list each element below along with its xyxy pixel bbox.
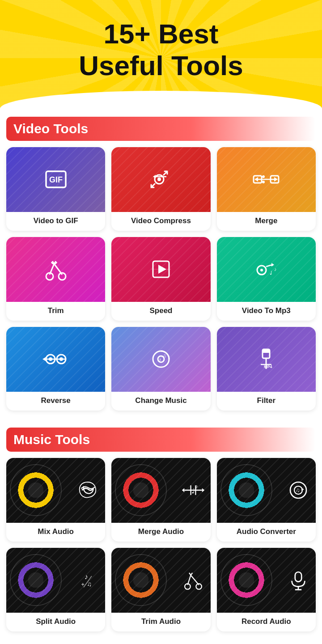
speed-img — [111, 237, 210, 302]
svg-text:♩: ♩ — [191, 487, 195, 495]
svg-marker-11 — [274, 177, 278, 182]
svg-point-7 — [262, 175, 265, 178]
header-line1: 15+ Best — [104, 18, 219, 49]
video-tools-grid: GIF Video to GIF Video Compress — [0, 147, 322, 415]
audio-converter-img: ♫ — [217, 458, 316, 523]
reverse-img — [6, 327, 105, 392]
svg-text:♪: ♪ — [158, 356, 161, 363]
reverse-icon — [42, 345, 70, 373]
split-audio-label: Split Audio — [6, 613, 105, 631]
tool-card-trim-audio[interactable]: Trim Audio — [111, 548, 210, 631]
merge-img — [217, 147, 316, 212]
mix-icon — [76, 478, 100, 502]
tool-card-video-to-gif[interactable]: GIF Video to GIF — [6, 147, 105, 231]
mix-audio-img — [6, 458, 105, 523]
svg-marker-25 — [271, 263, 274, 267]
svg-text:♪: ♪ — [85, 572, 88, 580]
split-audio-img: ♪ + ♫ — [6, 548, 105, 613]
video-to-mp3-img: ♩ ♪ — [217, 237, 316, 302]
mp3-icon: ♩ ♪ — [252, 255, 280, 284]
filter-icon: MP4 — [252, 345, 280, 373]
svg-point-8 — [262, 181, 265, 183]
svg-text:♪: ♪ — [195, 483, 198, 490]
merge-icon — [252, 165, 280, 194]
video-to-gif-label: Video to GIF — [6, 212, 105, 231]
merge-audio-img: ♩ ♪ — [111, 458, 210, 523]
merge-audio-icon: ♩ ♪ — [181, 478, 205, 502]
svg-marker-33 — [42, 357, 46, 361]
change-music-img: ♪ ♫ — [111, 327, 210, 392]
change-music-label: Change Music — [111, 392, 210, 411]
tool-card-split-audio[interactable]: ♪ + ♫ Split Audio — [6, 548, 105, 631]
tool-card-change-music[interactable]: ♪ ♫ Change Music — [111, 327, 210, 411]
tool-card-merge[interactable]: Merge — [217, 147, 316, 231]
trim-audio-img — [111, 548, 210, 613]
tool-card-video-compress[interactable]: Video Compress — [111, 147, 210, 231]
trim-icon — [42, 255, 70, 284]
trim-img — [6, 237, 105, 302]
section-gap-1 — [0, 415, 322, 419]
tool-card-record-audio[interactable]: Record Audio — [217, 548, 316, 631]
video-tools-section-header: Video Tools — [6, 117, 316, 141]
svg-text:MP4: MP4 — [264, 364, 272, 369]
tool-card-mix-audio[interactable]: Mix Audio — [6, 458, 105, 542]
svg-text:♫: ♫ — [163, 353, 166, 358]
header-wave — [0, 91, 322, 109]
svg-marker-47 — [202, 488, 204, 492]
svg-line-60 — [187, 575, 191, 585]
video-compress-img — [111, 147, 210, 212]
merge-label: Merge — [217, 212, 316, 231]
trim-audio-label: Trim Audio — [111, 613, 210, 631]
header-title: 15+ Best Useful Tools — [9, 18, 313, 82]
music-tools-grid: Mix Audio ♩ ♪ Merge Audio — [0, 458, 322, 636]
svg-rect-63 — [295, 572, 301, 582]
record-audio-label: Record Audio — [217, 613, 316, 631]
compress-icon — [147, 165, 175, 194]
filter-img: MP4 — [217, 327, 316, 392]
svg-marker-12 — [254, 177, 258, 182]
speed-label: Speed — [111, 302, 210, 321]
merge-audio-label: Merge Audio — [111, 523, 210, 542]
svg-line-62 — [191, 573, 192, 575]
music-tools-label: Music Tools — [13, 432, 90, 447]
mix-audio-label: Mix Audio — [6, 523, 105, 542]
tool-card-audio-converter[interactable]: ♫ Audio Converter — [217, 458, 316, 542]
svg-point-23 — [260, 269, 263, 271]
header: 15+ Best Useful Tools — [0, 0, 322, 109]
svg-line-59 — [191, 575, 199, 585]
svg-text:♪: ♪ — [274, 267, 277, 272]
svg-line-24 — [266, 265, 272, 267]
svg-text:♩: ♩ — [270, 270, 272, 275]
tool-card-merge-audio[interactable]: ♩ ♪ Merge Audio — [111, 458, 210, 542]
reverse-label: Reverse — [6, 392, 105, 411]
bottom-gap — [0, 636, 322, 644]
tool-card-reverse[interactable]: Reverse — [6, 327, 105, 411]
record-audio-icon — [286, 568, 310, 592]
split-audio-icon: ♪ + ♫ — [76, 568, 100, 592]
change-music-icon: ♪ ♫ — [147, 345, 175, 373]
svg-text:GIF: GIF — [49, 175, 63, 184]
tool-card-video-to-mp3[interactable]: ♩ ♪ Video To Mp3 — [217, 237, 316, 321]
trim-audio-icon — [181, 568, 205, 592]
record-audio-img — [217, 548, 316, 613]
trim-label: Trim — [6, 302, 105, 321]
svg-rect-39 — [263, 349, 270, 353]
tool-card-filter[interactable]: MP4 Filter — [217, 327, 316, 411]
svg-text:♫: ♫ — [296, 487, 300, 493]
tool-card-trim[interactable]: Trim — [6, 237, 105, 321]
music-tools-section-header: Music Tools — [6, 428, 316, 452]
video-to-gif-img: GIF — [6, 147, 105, 212]
header-line2: Useful Tools — [79, 50, 243, 81]
filter-label: Filter — [217, 392, 316, 411]
video-compress-label: Video Compress — [111, 212, 210, 231]
svg-point-3 — [157, 178, 161, 181]
audio-converter-label: Audio Converter — [217, 523, 316, 542]
svg-marker-46 — [182, 488, 184, 492]
tool-card-speed[interactable]: Speed — [111, 237, 210, 321]
video-tools-label: Video Tools — [13, 121, 88, 136]
video-to-mp3-label: Video To Mp3 — [217, 302, 316, 321]
speed-icon — [147, 255, 175, 284]
gif-icon: GIF — [42, 165, 70, 194]
svg-line-15 — [54, 264, 62, 275]
audio-converter-icon: ♫ — [286, 478, 310, 502]
